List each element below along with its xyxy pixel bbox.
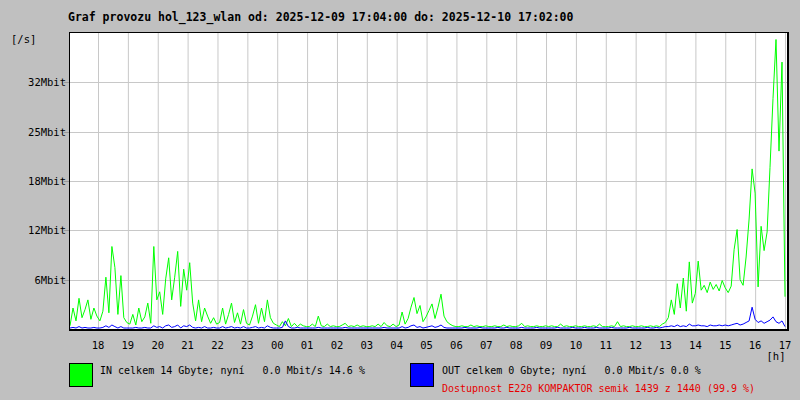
y-tick-label: 25Mbit [8, 126, 66, 138]
x-tick-label: 09 [534, 339, 558, 351]
in-legend-label: IN celkem 14 Gbyte; nyní 0.0 Mbit/s 14.6… [100, 364, 365, 377]
y-tick-mark [64, 132, 69, 133]
page-title: Graf provozu hol_123_wlan od: 2025-12-09… [68, 10, 573, 24]
x-tick-label: 12 [624, 339, 648, 351]
x-tick-label: 20 [146, 339, 170, 351]
y-tick-label: 6Mbit [8, 274, 66, 286]
y-tick-label: 12Mbit [8, 224, 66, 236]
y-tick-label: 18Mbit [8, 175, 66, 187]
x-tick-label: 10 [564, 339, 588, 351]
x-tick-label: 02 [325, 339, 349, 351]
x-tick-label: 13 [654, 339, 678, 351]
traffic-chart [70, 33, 787, 329]
y-axis-unit-label: [/s] [11, 33, 36, 45]
x-tick-label: 07 [474, 339, 498, 351]
y-tick-mark [64, 181, 69, 182]
x-tick-label: 15 [713, 339, 737, 351]
y-tick-mark [64, 230, 69, 231]
x-tick-label: 21 [176, 339, 200, 351]
x-tick-label: 01 [295, 339, 319, 351]
x-axis-unit-label: [h] [760, 350, 792, 362]
mrtg-traffic-graph-page: Graf provozu hol_123_wlan od: 2025-12-09… [0, 0, 800, 400]
x-tick-label: 23 [235, 339, 259, 351]
x-tick-label: 14 [683, 339, 707, 351]
y-tick-mark [64, 82, 69, 83]
out-legend-swatch [410, 363, 434, 387]
x-tick-label: 18 [86, 339, 110, 351]
x-tick-label: 03 [355, 339, 379, 351]
in-legend-swatch [69, 363, 93, 387]
out-legend-label: OUT celkem 0 Gbyte; nyní 0.0 Mbit/s 0.0 … [442, 364, 701, 377]
plot-area [69, 32, 789, 331]
x-tick-label: 22 [205, 339, 229, 351]
x-tick-label: 05 [415, 339, 439, 351]
x-tick-label: 19 [116, 339, 140, 351]
y-tick-label: 32Mbit [8, 76, 66, 88]
x-tick-label: 08 [504, 339, 528, 351]
availability-status-text: Dostupnost E220 KOMPAKTOR semik 1439 z 1… [442, 382, 755, 395]
x-tick-label: 06 [444, 339, 468, 351]
x-tick-label: 00 [265, 339, 289, 351]
x-tick-label: 04 [385, 339, 409, 351]
x-tick-label: 11 [594, 339, 618, 351]
y-tick-mark [64, 280, 69, 281]
